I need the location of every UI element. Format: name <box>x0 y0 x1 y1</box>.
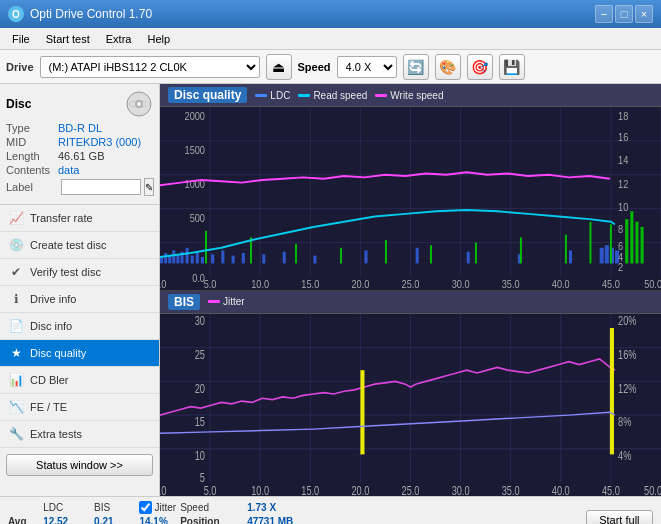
settings-button2[interactable]: 🎯 <box>467 54 493 80</box>
svg-rect-67 <box>605 245 609 263</box>
sidebar-item-disc-quality[interactable]: ★Disc quality <box>0 340 159 367</box>
svg-rect-50 <box>186 248 189 264</box>
col-bis: BIS <box>94 500 139 515</box>
type-value: BD-R DL <box>58 122 102 134</box>
svg-rect-83 <box>635 222 638 264</box>
svg-rect-57 <box>242 253 245 263</box>
svg-rect-54 <box>211 254 214 263</box>
svg-text:4%: 4% <box>618 448 631 462</box>
legend-ldc-label: LDC <box>270 90 290 101</box>
label-edit-button[interactable]: ✎ <box>144 178 154 196</box>
bis-chart-header: BIS Jitter <box>160 291 661 314</box>
sidebar-item-transfer-rate[interactable]: 📈Transfer rate <box>0 205 159 232</box>
legend-jitter: Jitter <box>208 296 245 307</box>
drive-select[interactable]: (M:) ATAPI iHBS112 2 CL0K <box>40 56 260 78</box>
svg-text:2000: 2000 <box>185 109 206 122</box>
bis-svg: 30 25 20 15 10 5 20% 16% 12% 8% 4% <box>160 314 661 497</box>
minimize-button[interactable]: − <box>595 5 613 23</box>
eject-button[interactable]: ⏏ <box>266 54 292 80</box>
menu-bar: File Start test Extra Help <box>0 28 661 50</box>
svg-rect-82 <box>630 211 633 263</box>
svg-text:15: 15 <box>195 414 205 428</box>
menu-start-test[interactable]: Start test <box>38 31 98 47</box>
svg-text:12%: 12% <box>618 381 637 395</box>
svg-rect-53 <box>201 257 204 264</box>
svg-text:0.0: 0.0 <box>160 483 166 496</box>
create-test-disc-icon: 💿 <box>8 237 24 253</box>
sidebar-item-extra-tests[interactable]: 🔧Extra tests <box>0 421 159 448</box>
disc-quality-chart-header: Disc quality LDC Read speed Write speed <box>160 84 661 107</box>
extra-tests-label: Extra tests <box>30 428 82 440</box>
nav-items: 📈Transfer rate💿Create test disc✔Verify t… <box>0 205 159 448</box>
app-title: Opti Drive Control 1.70 <box>30 7 152 21</box>
disc-quality-chart-wrapper: Disc quality LDC Read speed Write speed <box>160 84 661 291</box>
title-bar: O Opti Drive Control 1.70 − □ × <box>0 0 661 28</box>
speed-select[interactable]: 4.0 X <box>337 56 397 78</box>
svg-rect-61 <box>364 250 367 263</box>
svg-text:18: 18 <box>618 109 628 122</box>
disc-quality-icon: ★ <box>8 345 24 361</box>
sidebar-item-cd-bler[interactable]: 📊CD Bler <box>0 367 159 394</box>
fe-te-icon: 📉 <box>8 399 24 415</box>
refresh-button[interactable]: 🔄 <box>403 54 429 80</box>
extra-tests-icon: 🔧 <box>8 426 24 442</box>
close-button[interactable]: × <box>635 5 653 23</box>
label-input[interactable] <box>61 179 141 195</box>
status-window-button[interactable]: Status window >> <box>6 454 153 476</box>
disc-icon[interactable] <box>125 90 153 118</box>
svg-text:25: 25 <box>195 347 205 361</box>
speed-label: Speed <box>298 61 331 73</box>
svg-rect-45 <box>164 253 167 263</box>
label-label: Label <box>6 181 58 193</box>
svg-text:8%: 8% <box>618 414 631 428</box>
fe-te-label: FE / TE <box>30 401 67 413</box>
verify-test-disc-label: Verify test disc <box>30 266 101 278</box>
stats-row-avg: Avg 12.52 0.21 14.1% Position 47731 MB <box>8 515 305 524</box>
menu-file[interactable]: File <box>4 31 38 47</box>
sidebar-item-disc-info[interactable]: 📄Disc info <box>0 313 159 340</box>
svg-text:12: 12 <box>618 177 628 190</box>
svg-text:5.0: 5.0 <box>204 483 217 496</box>
col-jitter-check: Jitter <box>139 500 180 515</box>
svg-text:16: 16 <box>618 130 628 143</box>
disc-quality-label: Disc quality <box>30 347 86 359</box>
title-bar-controls: − □ × <box>595 5 653 23</box>
menu-help[interactable]: Help <box>139 31 178 47</box>
svg-text:0.0: 0.0 <box>160 277 167 289</box>
bis-title: BIS <box>168 294 200 310</box>
svg-text:20.0: 20.0 <box>351 277 369 289</box>
app-icon: O <box>8 6 24 22</box>
sidebar-item-verify-test-disc[interactable]: ✔Verify test disc <box>0 259 159 286</box>
svg-rect-55 <box>221 250 224 263</box>
svg-rect-73 <box>340 248 342 264</box>
svg-text:10: 10 <box>195 448 205 462</box>
jitter-checkbox[interactable] <box>139 501 152 514</box>
svg-text:25.0: 25.0 <box>402 483 420 496</box>
disc-mid-row: MID RITEKDR3 (000) <box>6 136 153 148</box>
main-content: Disc Type BD-R DL MID RITEKDR3 (000) Len… <box>0 84 661 496</box>
sidebar-item-drive-info[interactable]: ℹDrive info <box>0 286 159 313</box>
svg-text:10: 10 <box>618 200 628 213</box>
settings-button1[interactable]: 🎨 <box>435 54 461 80</box>
disc-quality-title: Disc quality <box>168 87 247 103</box>
save-button[interactable]: 💾 <box>499 54 525 80</box>
svg-text:10.0: 10.0 <box>251 277 269 289</box>
menu-extra[interactable]: Extra <box>98 31 140 47</box>
sidebar-item-create-test-disc[interactable]: 💿Create test disc <box>0 232 159 259</box>
col-speed-key: Speed <box>180 500 247 515</box>
svg-rect-62 <box>416 248 419 264</box>
create-test-disc-label: Create test disc <box>30 239 106 251</box>
maximize-button[interactable]: □ <box>615 5 633 23</box>
mid-label: MID <box>6 136 58 148</box>
svg-rect-77 <box>520 237 522 263</box>
svg-rect-75 <box>430 245 432 263</box>
svg-point-2 <box>137 102 141 106</box>
svg-text:30: 30 <box>195 314 205 328</box>
sidebar-item-fe-te[interactable]: 📉FE / TE <box>0 394 159 421</box>
svg-rect-66 <box>600 248 604 264</box>
disc-quality-svg: 2000 1500 1000 500 0.0 18 16 14 12 10 8 <box>160 107 661 290</box>
stats-bar: LDC BIS Jitter Speed 1.73 X Avg 12.52 <box>0 496 661 524</box>
svg-rect-63 <box>467 252 470 264</box>
svg-text:20: 20 <box>195 381 205 395</box>
start-full-button[interactable]: Start full <box>586 510 653 525</box>
